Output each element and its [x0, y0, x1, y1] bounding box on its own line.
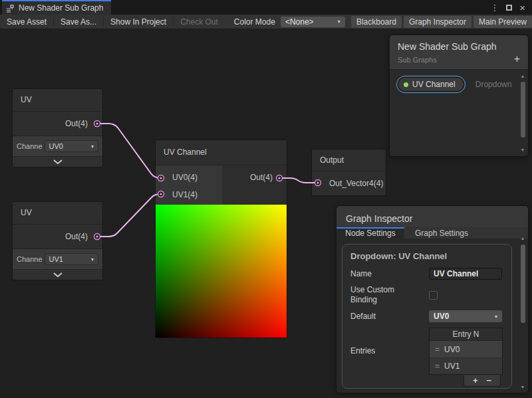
inspector-scrollbar[interactable]: ▲ ▼ — [519, 235, 527, 391]
entries-footer-row: + − — [429, 375, 503, 387]
chevron-down-icon: ▾ — [338, 19, 340, 25]
default-value: UV0 — [434, 312, 449, 321]
shader-graph-window: New Shader Sub Graph ⋮ × Save Asset Save… — [0, 0, 532, 398]
blackboard-toggle-button[interactable]: Blackboard — [351, 16, 402, 28]
document-tab[interactable]: New Shader Sub Graph — [2, 0, 111, 15]
blackboard-header: New Shader Sub Graph Sub Graphs + — [390, 35, 528, 70]
tab-title: New Shader Sub Graph — [19, 3, 103, 13]
drag-handle-icon[interactable]: = — [435, 361, 440, 371]
scroll-up-icon[interactable]: ▲ — [521, 73, 525, 80]
entry-row[interactable]: = UV0 — [430, 341, 502, 357]
output-port-row: Out(4) — [222, 169, 287, 186]
remove-entry-button[interactable]: − — [487, 375, 492, 385]
add-entry-button[interactable]: + — [473, 375, 478, 385]
dropdown-settings-box: Dropdown: UV Channel Name Use Custom Bin… — [342, 244, 512, 389]
color-mode-label: Color Mode — [227, 17, 281, 27]
node-body: UV0(4) UV1(4) Out(4) — [156, 165, 287, 205]
chevron-down-icon: ▾ — [495, 314, 497, 320]
node-title: UV — [13, 202, 102, 225]
blackboard-scrollbar[interactable]: ▲ ▼ — [519, 73, 527, 153]
inspector-title: Graph Inspector — [346, 213, 412, 224]
scrollbar-thumb[interactable] — [521, 82, 525, 138]
port-label: Out(4) — [65, 232, 88, 241]
output-port-row: Out(4) — [13, 112, 102, 136]
collapse-preview-button[interactable] — [13, 156, 102, 167]
blackboard-item[interactable]: UV Channel Dropdown — [396, 76, 521, 93]
color-mode-value: <None> — [285, 17, 314, 27]
channel-control-row: Channe UV1 ▾ — [13, 249, 102, 269]
window-controls: ⋮ × — [490, 0, 525, 15]
settings-fields: Name Use Custom Binding Default UV0 ▾ En… — [342, 266, 511, 388]
save-as-button[interactable]: Save As... — [54, 15, 103, 29]
edge-uv1[interactable] — [97, 194, 161, 237]
channel-dropdown[interactable]: UV0 ▾ — [45, 140, 98, 152]
use-custom-binding-checkbox[interactable] — [429, 291, 438, 300]
input-port-row: UV1(4) — [156, 186, 222, 203]
scroll-up-icon[interactable]: ▲ — [521, 235, 525, 242]
exposed-dot-icon — [404, 82, 408, 87]
drag-handle-icon[interactable]: = — [435, 345, 440, 354]
name-input[interactable] — [429, 268, 502, 280]
check-out-button[interactable]: Check Out — [174, 15, 225, 29]
scroll-down-icon[interactable]: ▼ — [521, 147, 525, 153]
maximize-icon[interactable] — [506, 5, 512, 11]
input-ports-column: UV0(4) UV1(4) — [156, 165, 222, 205]
node-output[interactable]: Output Out_Vector4(4) — [311, 149, 386, 196]
collapse-preview-button[interactable] — [13, 269, 102, 280]
node-uv-bottom[interactable]: UV Out(4) Channe UV1 ▾ — [12, 201, 103, 280]
chevron-down-icon — [53, 159, 63, 164]
save-asset-button[interactable]: Save Asset — [0, 15, 53, 29]
tab-graph-settings[interactable]: Graph Settings — [404, 227, 479, 239]
edge-uv0[interactable] — [97, 124, 161, 178]
window-menu-icon[interactable]: ⋮ — [490, 3, 499, 12]
titlebar-spacer — [111, 0, 490, 15]
channel-control-row: Channe UV0 ▾ — [13, 136, 102, 156]
entries-footer: + − — [464, 375, 501, 387]
channel-value: UV1 — [49, 255, 63, 263]
inspector-header: Graph Inspector — [336, 206, 528, 227]
channel-value: UV0 — [49, 142, 63, 150]
title-bar: New Shader Sub Graph ⋮ × — [0, 0, 532, 15]
entries-label: Entries — [350, 346, 429, 356]
color-mode-dropdown[interactable]: <None> ▾ — [281, 17, 345, 27]
inspector-tabs: Node Settings Graph Settings — [336, 227, 528, 239]
chevron-down-icon — [53, 272, 63, 277]
chevron-down-icon: ▾ — [91, 144, 94, 149]
tab-node-settings[interactable]: Node Settings — [336, 227, 404, 239]
graph-canvas[interactable]: UV Out(4) Channe UV0 ▾ UV Out(4) — [0, 29, 532, 398]
port-label: Out(4) — [250, 173, 273, 182]
sub-graph-icon — [6, 4, 15, 13]
selection-outline: UV Channel — [396, 76, 466, 93]
close-icon[interactable]: × — [519, 3, 525, 13]
property-pill[interactable]: UV Channel — [398, 77, 464, 92]
blackboard-subtitle: Sub Graphs — [398, 56, 520, 64]
name-label: Name — [350, 269, 429, 279]
input-port-row: Out_Vector4(4) — [312, 171, 386, 195]
scrollbar-thumb[interactable] — [521, 245, 525, 323]
entries-list: Entry N = UV0 = UV1 — [429, 328, 503, 375]
scroll-down-icon[interactable]: ▼ — [521, 384, 525, 391]
node-uv-channel[interactable]: UV Channel UV0(4) UV1(4) Out(4) — [155, 140, 287, 338]
main-preview-toggle-button[interactable]: Main Preview — [473, 16, 532, 28]
node-title: UV Channel — [156, 140, 287, 165]
node-title: Output — [312, 149, 386, 171]
show-in-project-button[interactable]: Show In Project — [104, 15, 173, 29]
port-label: UV1(4) — [172, 190, 198, 199]
graph-inspector-toggle-button[interactable]: Graph Inspector — [404, 16, 471, 28]
input-port-row: UV0(4) — [156, 169, 222, 186]
settings-box-title: Dropdown: UV Channel — [342, 245, 511, 266]
output-ports-column: Out(4) — [222, 165, 287, 205]
node-uv-top[interactable]: UV Out(4) Channe UV0 ▾ — [12, 88, 103, 167]
blackboard-title: New Shader Sub Graph — [398, 41, 520, 52]
inspector-content: Dropdown: UV Channel Name Use Custom Bin… — [336, 239, 528, 393]
uv-preview-gradient — [156, 205, 287, 338]
channel-dropdown[interactable]: UV1 ▾ — [45, 253, 98, 265]
chevron-down-icon: ▾ — [91, 256, 94, 262]
channel-label: Channe — [17, 142, 43, 150]
add-property-button[interactable]: + — [514, 54, 520, 64]
graph-inspector-panel: Graph Inspector Node Settings Graph Sett… — [336, 205, 529, 393]
entry-row[interactable]: = UV1 — [430, 357, 502, 374]
default-dropdown[interactable]: UV0 ▾ — [429, 310, 502, 322]
channel-label: Channe — [17, 255, 43, 263]
entry-value: UV0 — [444, 345, 460, 354]
